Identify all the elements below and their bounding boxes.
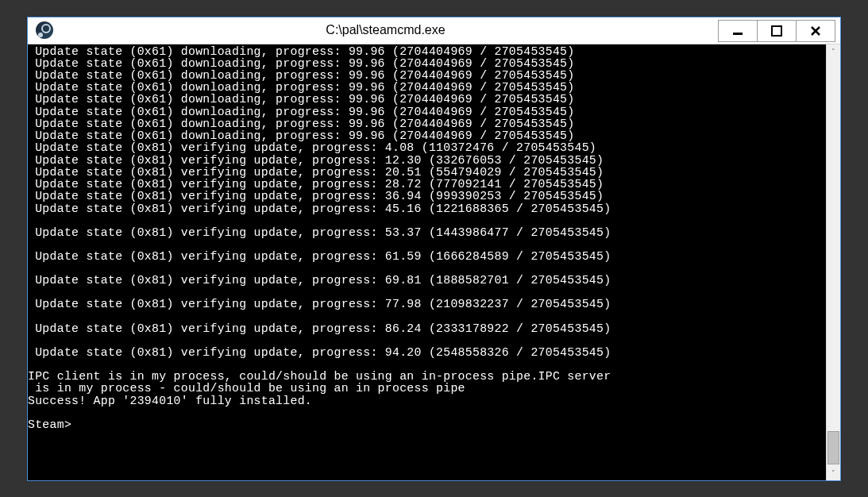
terminal-line	[28, 287, 826, 299]
terminal-line: Update state (0x81) verifying update, pr…	[28, 251, 826, 263]
terminal-line	[28, 239, 826, 251]
svg-rect-1	[772, 26, 781, 36]
terminal-line: Update state (0x81) verifying update, pr…	[28, 191, 826, 202]
terminal-line	[28, 311, 826, 323]
minimize-icon	[732, 25, 743, 37]
terminal-line	[28, 215, 826, 227]
scroll-up-button[interactable]: ˄	[827, 44, 840, 59]
maximize-button[interactable]	[757, 20, 797, 42]
terminal-line: Update state (0x81) verifying update, pr…	[28, 155, 826, 167]
terminal-line: Update state (0x61) downloading, progres…	[28, 70, 826, 82]
terminal-line: Update state (0x81) verifying update, pr…	[28, 167, 826, 179]
terminal-line: Update state (0x81) verifying update, pr…	[28, 275, 826, 287]
terminal-output[interactable]: Update state (0x61) downloading, progres…	[28, 44, 826, 480]
terminal-line: Update state (0x81) verifying update, pr…	[28, 323, 826, 335]
terminal-line: Update state (0x81) verifying update, pr…	[28, 299, 826, 310]
terminal-line: Update state (0x61) downloading, progres…	[28, 118, 826, 130]
terminal-line: Update state (0x61) downloading, progres…	[28, 82, 826, 94]
scroll-down-button[interactable]: ˅	[827, 466, 840, 480]
close-button[interactable]	[796, 20, 835, 42]
terminal-line: Update state (0x61) downloading, progres…	[28, 130, 826, 142]
svg-rect-0	[733, 33, 743, 35]
scrollbar[interactable]: ˄ ˅	[826, 44, 840, 480]
terminal-line	[28, 407, 826, 419]
terminal-line: Success! App '2394010' fully installed.	[28, 395, 826, 407]
terminal-line: Update state (0x81) verifying update, pr…	[28, 142, 826, 154]
scroll-track[interactable]	[827, 59, 840, 466]
scroll-thumb[interactable]	[827, 431, 839, 464]
terminal-line: Update state (0x61) downloading, progres…	[28, 94, 826, 106]
steam-icon	[36, 21, 53, 39]
window-title: C:\pal\steamcmd.exe	[53, 23, 718, 37]
terminal-line: IPC client is in my process, could/shoul…	[28, 371, 826, 383]
terminal-line: Update state (0x61) downloading, progres…	[28, 106, 826, 118]
close-icon	[810, 25, 821, 37]
window-controls	[718, 17, 840, 44]
terminal-line: Steam>	[28, 419, 826, 431]
steamcmd-window: C:\pal\steamcmd.exe Update state (0x61) …	[27, 17, 841, 481]
maximize-icon	[771, 25, 782, 37]
terminal-container: Update state (0x61) downloading, progres…	[28, 44, 840, 480]
terminal-line: Update state (0x81) verifying update, pr…	[28, 227, 826, 239]
terminal-line	[28, 263, 826, 275]
terminal-line: Update state (0x81) verifying update, pr…	[28, 203, 826, 215]
minimize-button[interactable]	[718, 20, 758, 42]
terminal-line	[28, 359, 826, 371]
terminal-line: Update state (0x81) verifying update, pr…	[28, 347, 826, 359]
terminal-line: is in my process - could/should be using…	[28, 383, 826, 395]
terminal-line: Update state (0x61) downloading, progres…	[28, 58, 826, 70]
terminal-line: Update state (0x81) verifying update, pr…	[28, 179, 826, 191]
titlebar[interactable]: C:\pal\steamcmd.exe	[28, 17, 840, 44]
terminal-line: Update state (0x61) downloading, progres…	[28, 46, 826, 58]
terminal-line	[28, 335, 826, 347]
